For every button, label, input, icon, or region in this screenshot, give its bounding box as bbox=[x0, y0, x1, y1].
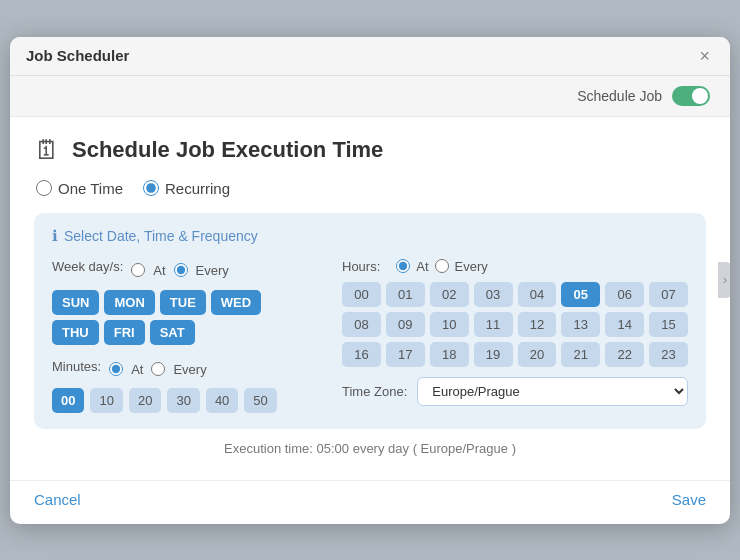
dialog-body: 🗓 Schedule Job Execution Time One Time R… bbox=[10, 117, 730, 480]
minutes-at-label: At bbox=[131, 362, 143, 377]
hours-every-radio[interactable] bbox=[435, 259, 449, 273]
dialog-footer: Cancel Save bbox=[10, 480, 730, 524]
execution-time-text: Execution time: 05:00 every day ( Europe… bbox=[224, 441, 516, 456]
close-button[interactable]: × bbox=[695, 47, 714, 65]
hours-every-label: Every bbox=[455, 259, 488, 274]
min-40[interactable]: 40 bbox=[206, 388, 238, 413]
min-50[interactable]: 50 bbox=[244, 388, 276, 413]
hour-19[interactable]: 19 bbox=[474, 342, 513, 367]
hour-16[interactable]: 16 bbox=[342, 342, 381, 367]
recurring-radio[interactable] bbox=[143, 180, 159, 196]
hour-08[interactable]: 08 bbox=[342, 312, 381, 337]
hours-at-label: At bbox=[416, 259, 428, 274]
minutes-every-radio[interactable] bbox=[151, 362, 165, 376]
weekday-label: Week day/s: bbox=[52, 259, 123, 274]
timezone-label: Time Zone: bbox=[342, 384, 407, 399]
hour-14[interactable]: 14 bbox=[605, 312, 644, 337]
calendar-icon: 🗓 bbox=[34, 135, 60, 166]
hours-at-radio[interactable] bbox=[396, 259, 410, 273]
hours-label: Hours: bbox=[342, 259, 380, 274]
min-10[interactable]: 10 bbox=[90, 388, 122, 413]
weekday-at-every-row: Week day/s: At Every bbox=[52, 259, 312, 282]
section-header: 🗓 Schedule Job Execution Time bbox=[34, 135, 706, 166]
schedule-toggle-bar: Schedule Job › bbox=[10, 76, 730, 117]
right-arrow-icon: › bbox=[718, 262, 730, 298]
weekday-every-label: Every bbox=[196, 263, 229, 278]
day-wed[interactable]: WED bbox=[211, 290, 261, 315]
right-column: Hours: At Every 00 01 02 03 04 05 bbox=[342, 259, 688, 413]
panel-info-row: ℹ Select Date, Time & Frequency bbox=[52, 227, 688, 245]
hour-15[interactable]: 15 bbox=[649, 312, 688, 337]
left-column: Week day/s: At Every SUN MON TUE WED THU… bbox=[52, 259, 312, 413]
schedule-type-radio-group: One Time Recurring bbox=[36, 180, 706, 197]
save-button[interactable]: Save bbox=[672, 491, 706, 508]
day-mon[interactable]: MON bbox=[104, 290, 154, 315]
timezone-row: Time Zone: Europe/Prague UTC America/New… bbox=[342, 377, 688, 406]
cancel-button[interactable]: Cancel bbox=[34, 491, 81, 508]
hour-20[interactable]: 20 bbox=[518, 342, 557, 367]
schedule-panel: ℹ Select Date, Time & Frequency Week day… bbox=[34, 213, 706, 429]
hour-05[interactable]: 05 bbox=[561, 282, 600, 307]
one-time-label: One Time bbox=[58, 180, 123, 197]
one-time-option[interactable]: One Time bbox=[36, 180, 123, 197]
day-tue[interactable]: TUE bbox=[160, 290, 206, 315]
hour-09[interactable]: 09 bbox=[386, 312, 425, 337]
section-title: Schedule Job Execution Time bbox=[72, 137, 383, 163]
hour-02[interactable]: 02 bbox=[430, 282, 469, 307]
day-sat[interactable]: SAT bbox=[150, 320, 195, 345]
min-20[interactable]: 20 bbox=[129, 388, 161, 413]
weekday-every-radio[interactable] bbox=[174, 263, 188, 277]
panel-info-text: Select Date, Time & Frequency bbox=[64, 228, 258, 244]
job-scheduler-dialog: Job Scheduler × Schedule Job › 🗓 Schedul… bbox=[10, 37, 730, 524]
recurring-option[interactable]: Recurring bbox=[143, 180, 230, 197]
schedule-toggle-switch[interactable] bbox=[672, 86, 710, 106]
recurring-label: Recurring bbox=[165, 180, 230, 197]
hour-13[interactable]: 13 bbox=[561, 312, 600, 337]
weekday-at-radio[interactable] bbox=[131, 263, 145, 277]
hour-10[interactable]: 10 bbox=[430, 312, 469, 337]
hours-header: Hours: At Every bbox=[342, 259, 688, 274]
one-time-radio[interactable] bbox=[36, 180, 52, 196]
day-sun[interactable]: SUN bbox=[52, 290, 99, 315]
hour-21[interactable]: 21 bbox=[561, 342, 600, 367]
schedule-grid: Week day/s: At Every SUN MON TUE WED THU… bbox=[52, 259, 688, 413]
hour-11[interactable]: 11 bbox=[474, 312, 513, 337]
hour-01[interactable]: 01 bbox=[386, 282, 425, 307]
min-00[interactable]: 00 bbox=[52, 388, 84, 413]
timezone-select[interactable]: Europe/Prague UTC America/New_York Ameri… bbox=[417, 377, 688, 406]
day-fri[interactable]: FRI bbox=[104, 320, 145, 345]
hour-18[interactable]: 18 bbox=[430, 342, 469, 367]
execution-time-bar: Execution time: 05:00 every day ( Europe… bbox=[34, 429, 706, 464]
days-grid: SUN MON TUE WED THU FRI SAT bbox=[52, 290, 312, 345]
minutes-at-radio[interactable] bbox=[109, 362, 123, 376]
hour-12[interactable]: 12 bbox=[518, 312, 557, 337]
day-thu[interactable]: THU bbox=[52, 320, 99, 345]
minutes-label: Minutes: bbox=[52, 359, 101, 374]
dialog-title: Job Scheduler bbox=[26, 47, 129, 64]
hour-23[interactable]: 23 bbox=[649, 342, 688, 367]
hours-grid: 00 01 02 03 04 05 06 07 08 09 10 11 12 1… bbox=[342, 282, 688, 367]
hour-06[interactable]: 06 bbox=[605, 282, 644, 307]
hour-22[interactable]: 22 bbox=[605, 342, 644, 367]
hour-03[interactable]: 03 bbox=[474, 282, 513, 307]
weekday-at-label: At bbox=[153, 263, 165, 278]
hour-00[interactable]: 00 bbox=[342, 282, 381, 307]
hour-07[interactable]: 07 bbox=[649, 282, 688, 307]
minutes-at-every-row: Minutes: At Every bbox=[52, 359, 312, 380]
dialog-titlebar: Job Scheduler × bbox=[10, 37, 730, 76]
minutes-every-label: Every bbox=[173, 362, 206, 377]
hour-17[interactable]: 17 bbox=[386, 342, 425, 367]
minutes-grid: 00 10 20 30 40 50 bbox=[52, 388, 312, 413]
min-30[interactable]: 30 bbox=[167, 388, 199, 413]
info-icon: ℹ bbox=[52, 227, 58, 245]
hour-04[interactable]: 04 bbox=[518, 282, 557, 307]
schedule-toggle-label: Schedule Job bbox=[577, 88, 662, 104]
